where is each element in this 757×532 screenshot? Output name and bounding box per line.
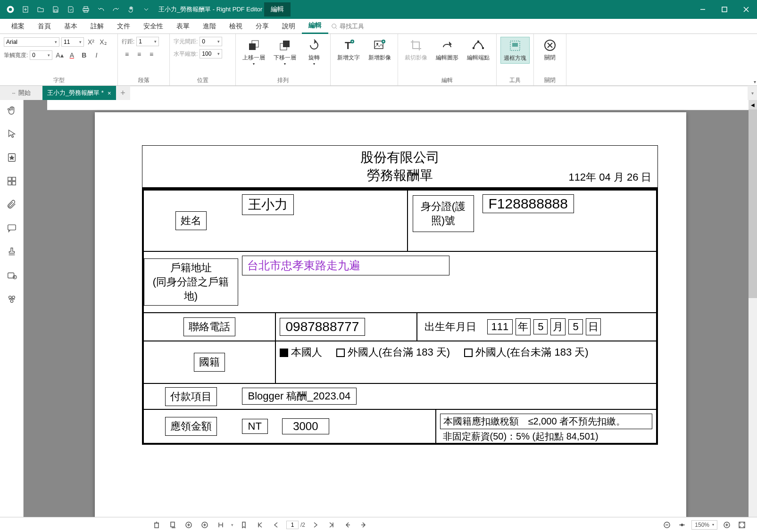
sb-prev-page-button[interactable] — [270, 519, 282, 531]
window-minimize-button[interactable] — [692, 0, 714, 19]
menu-編輯[interactable]: 編輯 — [302, 19, 328, 34]
sb-fwd-view-button[interactable] — [358, 519, 369, 531]
charspace-combo[interactable]: 0▾ — [200, 37, 222, 46]
stroke-width-combo[interactable]: 0▾ — [30, 50, 52, 60]
phone-field[interactable]: 0987888777 — [280, 318, 366, 336]
zoom-in-button[interactable] — [721, 519, 732, 531]
menu-註解[interactable]: 註解 — [84, 19, 110, 34]
qat-undo-icon[interactable] — [93, 0, 108, 19]
currency-field[interactable]: NT — [242, 419, 268, 434]
menu-檔案[interactable]: 檔案 — [5, 19, 31, 34]
crop-image-button[interactable]: 裁切影像 — [402, 37, 430, 63]
qat-redo-icon[interactable] — [108, 0, 124, 19]
nat-local-checkbox[interactable]: 本國人 — [280, 345, 322, 359]
window-maximize-button[interactable] — [714, 0, 735, 19]
align-center-button[interactable]: ≡ — [134, 49, 144, 59]
add-text-button[interactable]: T新增文字 — [334, 37, 363, 63]
menu-文件[interactable]: 文件 — [110, 19, 137, 34]
close-edit-button[interactable]: 關閉 — [538, 37, 562, 63]
linespace-combo[interactable]: 1▾ — [136, 37, 159, 46]
scrollbar-thumb[interactable] — [749, 109, 757, 298]
sb-extract-page-button[interactable] — [167, 519, 178, 531]
nav-pane-toggle[interactable]: ◀ — [749, 100, 757, 109]
zoom-slider[interactable] — [676, 519, 688, 531]
edit-shape-button[interactable]: 編輯圖形 — [433, 37, 461, 63]
menu-分享[interactable]: 分享 — [249, 19, 275, 34]
qat-print-icon[interactable] — [78, 0, 93, 19]
tab-start[interactable]: ◦◦開始 — [0, 86, 42, 100]
amount-field[interactable]: 3000 — [282, 418, 329, 434]
qat-open-icon[interactable] — [33, 0, 48, 19]
ribbon-collapse-button[interactable]: ▾ — [754, 79, 756, 84]
menu-說明[interactable]: 說明 — [275, 19, 302, 34]
stamp-tool-button[interactable] — [4, 244, 19, 259]
bookmark-tool-button[interactable] — [4, 150, 19, 165]
font-size-combo[interactable]: 11▾ — [61, 37, 84, 47]
sb-insert-before-button[interactable] — [183, 519, 194, 531]
send-backward-button[interactable]: 下移一層▾ — [271, 37, 299, 67]
tab-close-icon[interactable]: × — [108, 90, 111, 97]
menu-進階[interactable]: 進階 — [196, 19, 223, 34]
select-tool-button[interactable] — [4, 126, 19, 141]
hscale-combo[interactable]: 100▾ — [200, 49, 222, 58]
sb-delete-page-button[interactable] — [151, 519, 162, 531]
align-right-button[interactable]: ≡ — [146, 49, 157, 59]
comments-tool-button[interactable] — [4, 221, 19, 236]
qat-hand-icon[interactable] — [124, 0, 139, 19]
subscript-button[interactable]: X₂ — [98, 37, 108, 47]
menu-安全性[interactable]: 安全性 — [137, 19, 170, 34]
hand-tool-button[interactable] — [4, 103, 19, 118]
birth-month-field[interactable]: 5 — [533, 319, 548, 334]
window-close-button[interactable] — [735, 0, 757, 19]
bounding-box-button[interactable]: 週框方塊 — [500, 37, 530, 64]
sb-split-button[interactable] — [215, 519, 226, 531]
menu-表單[interactable]: 表單 — [170, 19, 196, 34]
nat-foreign1-checkbox[interactable]: 外國人(在台滿 183 天) — [336, 345, 450, 359]
sb-last-page-button[interactable] — [326, 519, 337, 531]
sb-first-page-button[interactable] — [254, 519, 266, 531]
payitem-field[interactable]: Blogger 稿酬_2023.04 — [242, 388, 357, 405]
rotate-button[interactable]: 旋轉▾ — [302, 37, 326, 67]
menu-首頁[interactable]: 首頁 — [31, 19, 58, 34]
sb-next-page-button[interactable] — [310, 519, 321, 531]
align-left-button[interactable]: ≡ — [122, 49, 132, 59]
tab-document[interactable]: 王小力_勞務報酬單 *× — [42, 86, 116, 100]
share-tool-button[interactable] — [4, 291, 19, 307]
birth-year-field[interactable]: 111 — [487, 319, 513, 334]
sb-back-view-button[interactable] — [342, 519, 353, 531]
birth-day-field[interactable]: 5 — [568, 319, 582, 334]
attachments-tool-button[interactable] — [4, 197, 19, 212]
tool-search[interactable] — [331, 23, 396, 30]
tab-new-button[interactable]: + — [116, 86, 130, 100]
document-page[interactable]: 股份有限公司 勞務報酬單 112年 04 月 26 日 姓名 王小力 身分證(護… — [95, 112, 686, 517]
zoom-level-combo[interactable]: 150%▾ — [691, 520, 717, 530]
id-field[interactable]: F128888888 — [482, 194, 574, 213]
qat-new-icon[interactable] — [18, 0, 33, 19]
sb-insert-after-button[interactable] — [199, 519, 210, 531]
zoom-out-button[interactable] — [661, 519, 673, 531]
bold-button[interactable]: B — [79, 50, 89, 60]
superscript-button[interactable]: X² — [86, 37, 96, 47]
italic-button[interactable]: I — [91, 50, 101, 60]
menu-基本[interactable]: 基本 — [58, 19, 84, 34]
sb-bookmark-button[interactable] — [238, 519, 250, 531]
tab-overflow-button[interactable]: ▾ — [748, 86, 757, 100]
font-color-button[interactable]: A — [67, 50, 77, 60]
edit-points-button[interactable]: 編輯端點 — [464, 37, 492, 63]
vertical-scrollbar[interactable]: ◀ — [749, 100, 757, 517]
fit-page-button[interactable] — [736, 519, 748, 531]
qat-dropdown-icon[interactable] — [139, 0, 154, 19]
qat-saveas-icon[interactable] — [63, 0, 78, 19]
page-number-input[interactable] — [286, 521, 299, 529]
menu-檢視[interactable]: 檢視 — [223, 19, 249, 34]
thumbnails-tool-button[interactable] — [4, 174, 19, 189]
bring-forward-button[interactable]: 上移一層▾ — [240, 37, 268, 67]
name-field[interactable]: 王小力 — [242, 194, 294, 215]
tool-search-input[interactable] — [340, 23, 396, 30]
security-tool-button[interactable] — [4, 268, 19, 283]
font-family-combo[interactable]: Arial▾ — [4, 37, 59, 47]
nat-foreign2-checkbox[interactable]: 外國人(在台未滿 183 天) — [464, 345, 589, 359]
font-increase-button[interactable]: A▴ — [54, 50, 65, 60]
add-image-button[interactable]: 新增影像 — [366, 37, 394, 63]
qat-save-icon[interactable] — [48, 0, 63, 19]
